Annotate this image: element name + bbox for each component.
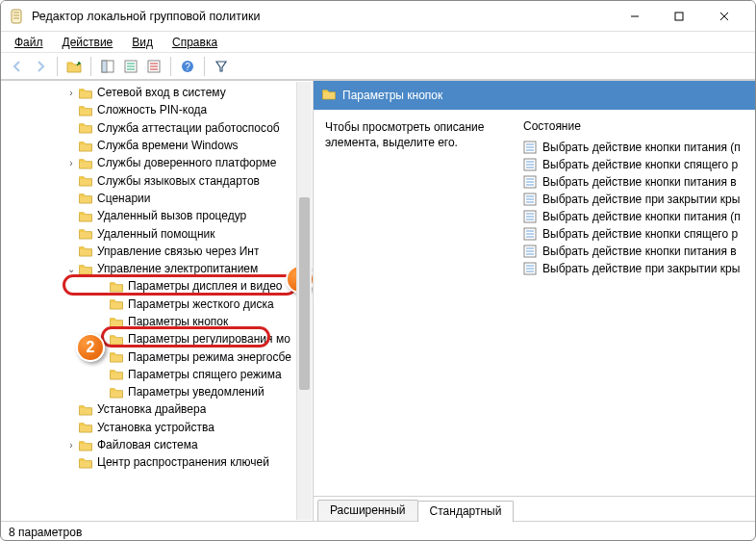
export-button[interactable] bbox=[143, 56, 164, 77]
properties-button[interactable] bbox=[120, 56, 141, 77]
tree-item[interactable]: Параметры жесткого диска bbox=[1, 296, 313, 313]
folder-icon bbox=[78, 421, 93, 433]
list-item[interactable]: Выбрать действие кнопки спящего р bbox=[523, 156, 743, 173]
close-button[interactable] bbox=[701, 1, 747, 32]
maximize-button[interactable] bbox=[657, 1, 701, 32]
folder-icon bbox=[78, 121, 93, 134]
tree-item[interactable]: Параметры режима энергосбе bbox=[1, 348, 313, 365]
list-item[interactable]: Выбрать действие кнопки питания (п bbox=[523, 139, 743, 156]
tree-item-label: Службы доверенного платформе bbox=[97, 156, 276, 169]
menu-help[interactable]: Справка bbox=[164, 34, 225, 51]
list-item[interactable]: Выбрать действие кнопки спящего р bbox=[523, 225, 743, 243]
tree-scrollbar[interactable] bbox=[296, 82, 312, 520]
tree-item-label: Параметры кнопок bbox=[128, 315, 228, 328]
tab-bar: Расширенный Стандартный bbox=[314, 496, 755, 521]
toolbar: ? bbox=[1, 53, 755, 80]
chevron-right-icon[interactable] bbox=[64, 158, 78, 168]
tree-item[interactable]: Служба времени Windows bbox=[1, 137, 313, 154]
tree-item[interactable]: Установка устройства bbox=[1, 419, 313, 436]
tree-item[interactable]: Сценарии bbox=[1, 190, 313, 207]
forward-button[interactable] bbox=[30, 56, 51, 77]
svg-rect-13 bbox=[102, 61, 107, 72]
toolbar-separator bbox=[57, 57, 58, 76]
tree-item-label: Удаленный помощник bbox=[97, 227, 215, 241]
content-header-title: Параметры кнопок bbox=[342, 89, 442, 102]
back-button[interactable] bbox=[7, 56, 28, 77]
tab-extended[interactable]: Расширенный bbox=[317, 500, 418, 521]
tab-standard[interactable]: Стандартный bbox=[417, 501, 515, 522]
tree-item-label: Сценарии bbox=[97, 192, 150, 205]
setting-icon bbox=[523, 210, 537, 223]
tree-item[interactable]: Параметры дисплея и видео bbox=[1, 277, 313, 295]
tree-item-label: Сложность PIN-кода bbox=[97, 103, 207, 116]
tree-item-label: Параметры режима энергосбе bbox=[128, 350, 291, 364]
tree-item[interactable]: Управление электропитанием bbox=[1, 260, 313, 277]
list-item-label: Выбрать действие при закрытии кры bbox=[542, 262, 740, 275]
list-item[interactable]: Выбрать действие кнопки питания в bbox=[523, 173, 743, 191]
tree-item[interactable]: Удаленный помощник bbox=[1, 224, 313, 242]
help-button[interactable]: ? bbox=[177, 56, 198, 77]
tree-item[interactable]: Сложность PIN-кода bbox=[1, 101, 313, 118]
tree-item-label: Сетевой вход в систему bbox=[97, 86, 226, 99]
tree-item[interactable]: Параметры уведомлений bbox=[1, 383, 313, 400]
tree-item-label: Файловая система bbox=[97, 438, 198, 451]
menu-action[interactable]: Действие bbox=[55, 34, 121, 51]
folder-icon bbox=[78, 439, 93, 451]
column-header-state[interactable]: Состояние bbox=[523, 119, 743, 133]
toolbar-separator bbox=[170, 57, 171, 76]
tree-item-label: Параметры уведомлений bbox=[128, 385, 265, 399]
app-icon bbox=[9, 9, 24, 24]
list-item-label: Выбрать действие при закрытии кры bbox=[542, 193, 740, 206]
folder-icon bbox=[321, 88, 337, 103]
content-description: Чтобы просмотреть описание элемента, выд… bbox=[325, 119, 508, 496]
svg-rect-4 bbox=[12, 10, 21, 23]
tree-item[interactable]: Центр распространения ключей bbox=[1, 453, 313, 471]
setting-icon bbox=[523, 227, 537, 241]
tree-item[interactable]: Служба аттестации работоспособ bbox=[1, 119, 313, 137]
list-item[interactable]: Выбрать действие при закрытии кры bbox=[523, 260, 743, 277]
folder-icon bbox=[78, 192, 93, 204]
tree-item[interactable]: Параметры спящего режима bbox=[1, 366, 313, 383]
folder-icon bbox=[78, 174, 93, 187]
folder-icon bbox=[78, 157, 93, 169]
folder-icon bbox=[78, 104, 93, 116]
folder-icon bbox=[109, 333, 124, 346]
setting-icon bbox=[523, 158, 537, 171]
setting-icon bbox=[523, 175, 537, 189]
show-hide-tree-button[interactable] bbox=[97, 56, 118, 77]
list-item[interactable]: Выбрать действие при закрытии кры bbox=[523, 191, 743, 208]
list-item[interactable]: Выбрать действие кнопки питания в bbox=[523, 243, 743, 260]
tree-item-label: Центр распространения ключей bbox=[97, 455, 269, 469]
chevron-right-icon[interactable] bbox=[64, 440, 78, 451]
menu-bar: Файл Действие Вид Справка bbox=[1, 32, 755, 53]
tree-item[interactable]: Параметры регулирования мо bbox=[1, 330, 313, 348]
content-list: Состояние Выбрать действие кнопки питани… bbox=[523, 119, 743, 496]
menu-file[interactable]: Файл bbox=[7, 34, 51, 51]
tree-pane[interactable]: Сетевой вход в системуСложность PIN-кода… bbox=[1, 81, 314, 521]
tree-item[interactable]: Удаленный вызов процедур bbox=[1, 207, 313, 224]
folder-icon bbox=[78, 403, 93, 416]
filter-button[interactable] bbox=[211, 56, 232, 77]
svg-rect-9 bbox=[675, 13, 683, 20]
chevron-right-icon[interactable] bbox=[64, 88, 78, 98]
tree-item[interactable]: Параметры кнопок bbox=[1, 313, 313, 330]
tree-item[interactable]: Управление связью через Инт bbox=[1, 243, 313, 260]
list-item-label: Выбрать действие кнопки питания в bbox=[542, 175, 737, 189]
list-item-label: Выбрать действие кнопки питания (п bbox=[542, 141, 741, 154]
up-button[interactable] bbox=[63, 56, 85, 77]
tree-item[interactable]: Службы доверенного платформе bbox=[1, 154, 313, 171]
minimize-button[interactable] bbox=[613, 1, 657, 32]
tree-item[interactable]: Установка драйвера bbox=[1, 400, 313, 418]
menu-view[interactable]: Вид bbox=[124, 34, 161, 51]
list-item[interactable]: Выбрать действие кнопки питания (п bbox=[523, 208, 743, 225]
folder-icon bbox=[78, 263, 93, 275]
folder-icon bbox=[109, 316, 124, 328]
toolbar-separator bbox=[90, 57, 91, 76]
tree-item[interactable]: Службы языковых стандартов bbox=[1, 171, 313, 189]
title-bar: Редактор локальной групповой политики bbox=[1, 1, 755, 32]
tree-item-label: Параметры спящего режима bbox=[128, 368, 282, 381]
chevron-down-icon[interactable] bbox=[64, 264, 78, 274]
status-text: 8 параметров bbox=[9, 526, 82, 539]
tree-item[interactable]: Файловая система bbox=[1, 436, 313, 453]
tree-item[interactable]: Сетевой вход в систему bbox=[1, 84, 313, 101]
